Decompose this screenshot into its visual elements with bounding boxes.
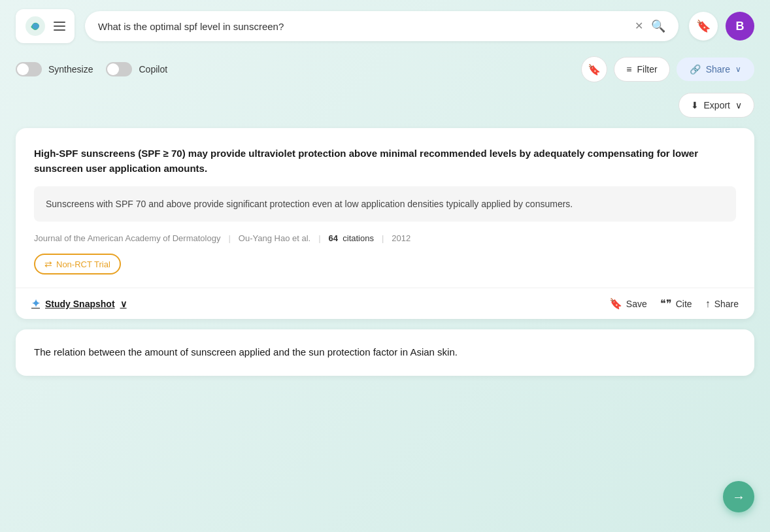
meta-separator-3: | (382, 233, 384, 243)
tag-non-rct[interactable]: ⇄ Non-RCT Trial (34, 254, 121, 274)
study-snapshot-button[interactable]: ✦ Study Snapshot ∨ (31, 297, 127, 310)
export-row: ⬇ Export ∨ (0, 93, 770, 128)
card-tags: ⇄ Non-RCT Trial (34, 254, 736, 288)
result-card-2: The relation between the amount of sunsc… (16, 329, 754, 376)
export-label: Export (704, 100, 730, 110)
tag-icon: ⇄ (44, 259, 52, 269)
export-chevron-icon: ∨ (735, 100, 742, 110)
synthesize-toggle[interactable] (16, 62, 42, 76)
user-avatar-button[interactable]: B (726, 12, 754, 41)
filter-label: Filter (637, 64, 658, 75)
footer-actions: 🔖 Save ❝❞ Cite ↑ Share (609, 297, 739, 310)
cite-icon: ❝❞ (660, 297, 672, 310)
bookmark-toolbar-button[interactable]: 🔖 (581, 56, 607, 82)
search-icon[interactable]: 🔍 (651, 19, 665, 33)
card-quote-text: Sunscreens with SPF 70 and above provide… (46, 197, 724, 211)
toolbar: Synthesize Copilot 🔖 ≡ Filter 🔗 Share ∨ (0, 52, 770, 93)
study-snapshot-label: Study Snapshot (45, 299, 115, 309)
export-button[interactable]: ⬇ Export ∨ (678, 93, 754, 118)
authors: Ou-Yang Hao et al. (239, 233, 310, 243)
floating-action-button[interactable]: → (723, 481, 754, 512)
sparkle-icon: ✦ (31, 297, 40, 310)
save-label: Save (626, 299, 647, 309)
filter-button[interactable]: ≡ Filter (614, 57, 669, 82)
copilot-toggle[interactable] (106, 62, 132, 76)
bookmark-button[interactable]: 🔖 (689, 12, 718, 41)
cite-label: Cite (676, 299, 692, 309)
logo-menu-container (16, 9, 75, 43)
citations-count: 64 citations (329, 233, 374, 243)
tag-label: Non-RCT Trial (56, 259, 110, 269)
card-quote: Sunscreens with SPF 70 and above provide… (34, 186, 736, 222)
card-body: High-SPF sunscreens (SPF ≥ 70) may provi… (16, 128, 754, 288)
card-footer: ✦ Study Snapshot ∨ 🔖 Save ❝❞ Cite ↑ Shar… (16, 288, 754, 319)
search-clear-icon[interactable]: ✕ (635, 21, 643, 31)
share-result-button[interactable]: ↑ Share (705, 298, 739, 310)
journal-name: Journal of the American Academy of Derma… (34, 233, 220, 243)
cite-button[interactable]: ❝❞ Cite (660, 297, 692, 310)
menu-icon[interactable] (54, 22, 65, 31)
share-result-label: Share (714, 299, 739, 309)
card-meta: Journal of the American Academy of Derma… (34, 233, 736, 243)
synthesize-label: Synthesize (48, 64, 93, 75)
search-query-text: What is the optimal spf level in sunscre… (98, 21, 627, 32)
copilot-toggle-group: Copilot (106, 62, 167, 76)
share-result-icon: ↑ (705, 298, 711, 310)
search-bar: What is the optimal spf level in sunscre… (85, 11, 678, 41)
save-icon: 🔖 (609, 297, 622, 310)
snapshot-chevron-icon: ∨ (120, 299, 127, 309)
toolbar-right: 🔖 ≡ Filter 🔗 Share ∨ (581, 56, 754, 82)
share-label: Share (706, 64, 730, 75)
year: 2012 (392, 233, 410, 243)
meta-separator-1: | (228, 233, 230, 243)
header: What is the optimal spf level in sunscre… (0, 0, 770, 52)
card-title: High-SPF sunscreens (SPF ≥ 70) may provi… (34, 146, 736, 176)
toolbar-left: Synthesize Copilot (16, 62, 167, 76)
copilot-label: Copilot (139, 64, 167, 75)
chevron-down-icon: ∨ (735, 65, 741, 74)
share-icon: 🔗 (690, 64, 701, 75)
floating-icon: → (732, 490, 745, 505)
app-logo (25, 16, 46, 37)
meta-separator-2: | (318, 233, 320, 243)
export-icon: ⬇ (691, 100, 699, 110)
header-actions: 🔖 B (689, 12, 754, 41)
card2-title: The relation between the amount of sunsc… (34, 345, 736, 360)
save-button[interactable]: 🔖 Save (609, 297, 647, 310)
result-card-1: High-SPF sunscreens (SPF ≥ 70) may provi… (16, 128, 754, 319)
filter-icon: ≡ (626, 64, 631, 75)
share-button[interactable]: 🔗 Share ∨ (677, 58, 754, 81)
synthesize-toggle-group: Synthesize (16, 62, 93, 76)
